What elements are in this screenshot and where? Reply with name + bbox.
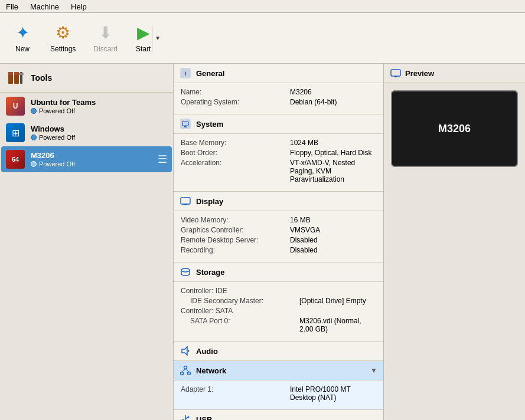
windows-status: Powered Off [31,134,167,141]
display-recording-label: Recording: [181,246,290,254]
display-video-label: Video Memory: [181,216,290,224]
system-memory-value: 1024 MB [290,139,318,147]
windows-name: Windows [31,124,167,133]
menu-file[interactable]: File [0,1,24,11]
ubuntu-name: Ubuntu for Teams [31,98,167,107]
storage-ide-secondary-label: IDE Secondary Master: [190,297,299,305]
svg-rect-31 [391,70,400,76]
menubar: File Machine Help [0,0,525,13]
general-name-value: M3206 [290,88,312,96]
storage-sata-row: Controller: SATA [181,307,376,315]
sidebar-item-ubuntu[interactable]: U Ubuntu for Teams Powered Off [1,93,172,119]
top-content: i General Name: M3206 Operating System: … [174,64,525,420]
preview-screen: M3206 [391,90,518,167]
discard-button[interactable]: ⬇ Discard [86,19,125,57]
network-icon [180,365,191,376]
network-section-header[interactable]: Network ▼ [174,361,383,380]
sidebar-item-windows[interactable]: ⊞ Windows Powered Off [1,120,172,146]
storage-section-header[interactable]: Storage [174,262,383,282]
network-adapter1-value: Intel PRO/1000 MT Desktop (NAT) [290,385,376,402]
svg-rect-10 [184,126,187,127]
svg-point-18 [188,372,191,375]
m3206-icon: 64 [6,150,25,169]
start-dropdown-arrow[interactable]: ▼ [154,35,161,41]
storage-content: Controller: IDE IDE Secondary Master: [O… [174,282,383,342]
tools-label: Tools [31,73,52,83]
settings-icon: ⚙ [56,23,70,42]
discard-icon: ⬇ [99,23,112,42]
main-detail: i General Name: M3206 Operating System: … [174,64,383,420]
start-button[interactable]: ▶ Start ▼ [128,19,169,57]
m3206-status-dot [31,161,37,167]
network-adapter1-label: Adapter 1: [181,385,290,402]
general-name-row: Name: M3206 [181,88,376,96]
svg-rect-1 [8,72,13,75]
ubuntu-status-dot [31,108,37,114]
audio-section-header[interactable]: Audio [174,342,383,361]
menu-help[interactable]: Help [65,1,93,11]
svg-point-16 [184,366,187,369]
usb-title: USB [196,415,377,421]
system-boot-label: Boot Order: [181,149,290,157]
m3206-item-text: M3206 Powered Off [31,151,152,168]
storage-sata-port-row: SATA Port 0: M3206.vdi (Normal, 2.00 GB) [181,317,376,333]
usb-section-header[interactable]: USB [174,410,383,420]
display-graphics-value: VMSVGA [290,226,320,234]
sidebar-item-m3206[interactable]: 64 M3206 Powered Off ☰ [1,146,172,172]
system-accel-label: Acceleration: [181,159,290,183]
general-title: General [196,69,377,78]
system-title: System [196,120,377,129]
storage-ide-secondary-value: [Optical Drive] Empty [299,297,366,305]
storage-ide-row: Controller: IDE [181,287,376,295]
system-boot-value: Floppy, Optical, Hard Disk [290,149,372,157]
display-graphics-row: Graphics Controller: VMSVGA [181,226,376,234]
sidebar-tools[interactable]: Tools [0,64,173,93]
tools-icon [6,68,25,87]
system-section-header[interactable]: System [174,114,383,134]
start-dropdown-icon: ▼ [155,35,161,41]
display-icon [180,195,191,207]
discard-label: Discard [93,45,118,53]
display-recording-row: Recording: Disabled [181,246,376,254]
settings-button[interactable]: ⚙ Settings [43,19,83,57]
network-chevron-icon: ▼ [370,366,377,375]
body: Tools U Ubuntu for Teams Powered Off [0,64,525,420]
general-icon: i [180,67,191,79]
general-os-value: Debian (64-bit) [290,98,337,106]
general-content: Name: M3206 Operating System: Debian (64… [174,83,383,114]
general-os-label: Operating System: [181,98,290,106]
preview-title: Preview [405,69,519,78]
display-title: Display [196,197,377,206]
menu-machine[interactable]: Machine [24,1,65,11]
storage-sata-port-value: M3206.vdi (Normal, 2.00 GB) [299,317,376,333]
preview-icon [390,67,402,79]
new-button[interactable]: ✦ New [5,19,40,57]
display-graphics-label: Graphics Controller: [181,226,290,234]
new-label: New [15,45,30,53]
general-section-header[interactable]: i General [174,64,383,83]
display-video-value: 16 MB [290,216,311,224]
new-icon: ✦ [16,23,30,42]
svg-rect-11 [181,198,190,204]
start-icon: ▶ [137,23,150,42]
svg-rect-32 [394,76,397,77]
preview-vm-name: M3206 [438,123,471,135]
general-os-row: Operating System: Debian (64-bit) [181,98,376,106]
svg-line-19 [182,369,185,372]
svg-point-17 [181,372,184,375]
system-accel-value: VT-x/AMD-V, Nested Paging, KVM Paravirtu… [290,159,376,183]
toolbar: ✦ New ⚙ Settings ⬇ Discard ▶ Start ▼ [0,13,525,64]
windows-item-text: Windows Powered Off [31,124,167,141]
preview-panel: Preview M3206 [383,64,525,420]
sidebar: Tools U Ubuntu for Teams Powered Off [0,64,174,420]
app: ✦ New ⚙ Settings ⬇ Discard ▶ Start ▼ [0,13,525,420]
display-remote-row: Remote Desktop Server: Disabled [181,236,376,244]
general-name-label: Name: [181,88,290,96]
network-adapter1-row: Adapter 1: Intel PRO/1000 MT Desktop (NA… [181,385,376,402]
svg-marker-15 [182,347,187,355]
storage-sata-label: Controller: SATA [181,307,290,315]
preview-header: Preview [384,64,525,83]
m3206-menu-icon[interactable]: ☰ [158,153,167,166]
system-memory-label: Base Memory: [181,139,290,147]
display-section-header[interactable]: Display [174,192,383,211]
